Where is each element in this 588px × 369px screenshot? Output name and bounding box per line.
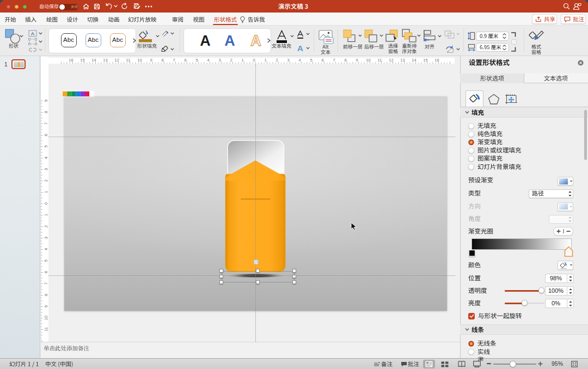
svg-text:4: 4 — [44, 248, 48, 250]
svg-text:11: 11 — [44, 327, 48, 331]
svg-text:5: 5 — [310, 58, 312, 63]
svg-text:10: 10 — [44, 316, 48, 320]
svg-text:8: 8 — [344, 58, 346, 63]
svg-text:5: 5 — [44, 260, 48, 262]
svg-text:6: 6 — [44, 271, 48, 273]
svg-text:9: 9 — [44, 100, 48, 102]
svg-text:7: 7 — [173, 58, 175, 63]
svg-text:A: A — [250, 33, 261, 49]
svg-text:2: 2 — [230, 58, 232, 63]
svg-text:7: 7 — [44, 282, 48, 285]
svg-text:2: 2 — [44, 180, 48, 182]
svg-text:2: 2 — [44, 225, 48, 227]
svg-text:0: 0 — [253, 58, 255, 63]
svg-text:4: 4 — [44, 157, 48, 159]
svg-text:7: 7 — [333, 58, 335, 63]
svg-text:9: 9 — [150, 58, 152, 63]
svg-text:1: 1 — [44, 191, 48, 193]
svg-text:1: 1 — [264, 58, 266, 63]
svg-text:5: 5 — [195, 58, 198, 63]
svg-text:4: 4 — [298, 58, 301, 63]
svg-text:6: 6 — [184, 58, 186, 63]
svg-text:8: 8 — [44, 111, 48, 113]
svg-text:6: 6 — [321, 58, 323, 63]
svg-text:5: 5 — [44, 145, 48, 147]
svg-text:A: A — [31, 31, 34, 36]
svg-text:3: 3 — [44, 168, 48, 170]
svg-text:1: 1 — [44, 214, 48, 216]
svg-text:9: 9 — [44, 305, 48, 308]
svg-text:0: 0 — [44, 202, 48, 205]
svg-text:2: 2 — [275, 58, 278, 63]
svg-text:A: A — [297, 44, 303, 53]
svg-text:6: 6 — [44, 134, 48, 136]
svg-text:1: 1 — [241, 58, 243, 63]
svg-text:8: 8 — [161, 58, 163, 63]
svg-text:3: 3 — [287, 58, 289, 63]
svg-text:9: 9 — [356, 58, 358, 63]
svg-text:3: 3 — [44, 237, 48, 239]
svg-text:4: 4 — [207, 58, 209, 63]
svg-text:3: 3 — [218, 58, 220, 63]
svg-text:8: 8 — [44, 294, 48, 296]
svg-text:7: 7 — [44, 122, 48, 125]
